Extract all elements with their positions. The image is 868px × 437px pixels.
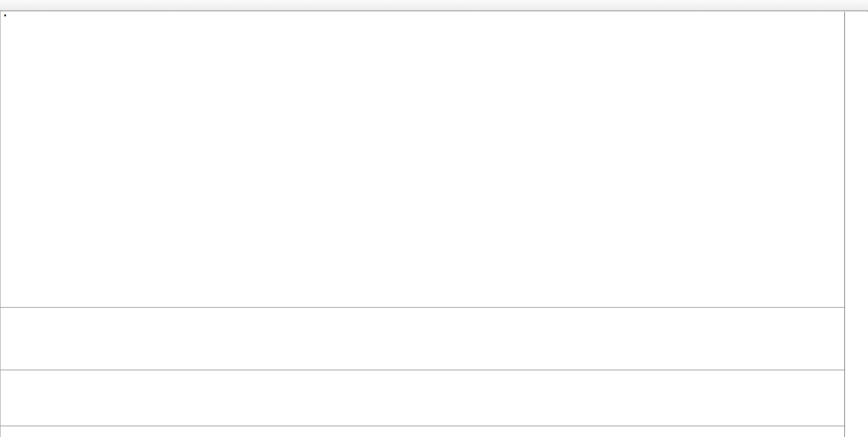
price-chart-panel[interactable]: ▼ [1, 12, 844, 307]
chart-window: ▼ [0, 11, 868, 437]
time-axis[interactable] [1, 426, 844, 437]
macd-indicator-panel[interactable] [1, 307, 844, 370]
price-axis[interactable] [844, 12, 868, 437]
chart-dropdown-icon[interactable]: ▼ [3, 13, 7, 18]
chart-title: ▼ [3, 13, 13, 18]
main-toolbar [0, 0, 868, 11]
rsi-indicator-panel[interactable] [1, 370, 844, 426]
trading-terminal-window: ▼ [0, 0, 868, 437]
